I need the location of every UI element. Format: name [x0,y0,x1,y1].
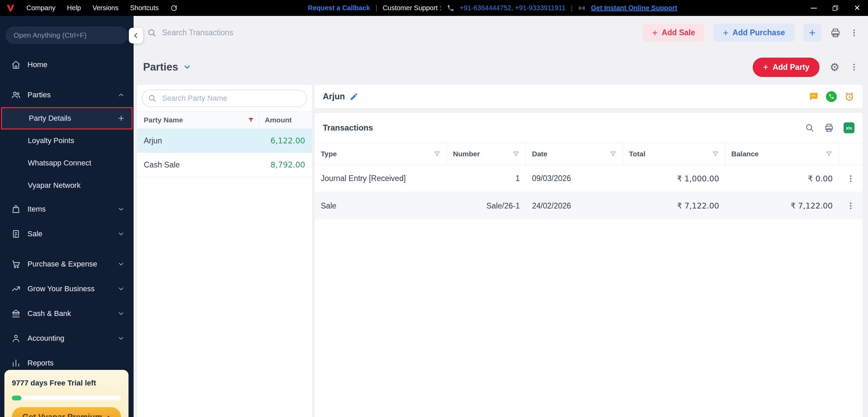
party-row[interactable]: Cash Sale 8,792.00 [137,153,312,177]
search-icon [147,28,157,38]
trial-progress-bar [12,396,121,400]
party-row[interactable]: Arjun 6,122.00 [137,129,312,153]
menu-help[interactable]: Help [67,4,81,12]
transactions-table-header: Type Number Date [315,143,863,165]
online-support-link[interactable]: Get Instant Online Support [591,4,677,12]
trending-up-icon [11,284,21,294]
sidebar-item-party-details[interactable]: Party Details + [1,107,133,130]
sidebar-item-vyapar-network[interactable]: Vyapar Network [0,174,134,197]
menu-versions[interactable]: Versions [93,4,119,12]
divider: | [571,4,573,12]
transactions-title: Transactions [323,123,373,133]
sidebar-item-items[interactable]: Items [0,197,134,221]
transaction-number: Sale/26-1 [447,201,526,211]
page-title: Parties [143,61,192,73]
column-label: Date [532,150,548,158]
transaction-row[interactable]: Sale Sale/26-1 24/02/2026 ₹ 7,122.00 ₹ 7… [315,192,863,219]
free-trial-banner: 9777 days Free Trial left Get Vyapar Pre… [4,370,129,417]
add-sale-button[interactable]: + Add Sale [643,24,705,42]
plus-icon: + [763,62,768,72]
transaction-balance: ₹ 7,122.00 [725,201,839,210]
party-amount: 6,122.00 [259,136,312,145]
content-area: + Add Sale + Add Purchase + [134,16,868,417]
sidebar-item-parties[interactable]: Parties [0,82,134,107]
sidebar-item-label: Whatsapp Connect [28,159,91,167]
sidebar-item-loyalty-points[interactable]: Loyalty Points [0,130,134,152]
search-icon[interactable] [805,123,814,133]
sidebar-item-label: Loyalty Points [28,136,74,145]
sidebar-item-grow-your-business[interactable]: Grow Your Business [0,276,134,301]
sidebar-item-purchase-expense[interactable]: Purchase & Expense [0,252,134,276]
search-icon [148,94,157,103]
sidebar-item-whatsapp-connect[interactable]: Whatsapp Connect [0,152,134,174]
filter-funnel-icon[interactable] [826,151,832,157]
export-xls-icon[interactable]: xls [844,122,854,133]
collapse-sidebar-button[interactable] [129,28,143,43]
support-phone-numbers[interactable]: +91-6364444752, +91-9333911911 [460,4,566,12]
amount-column-header: Amount [259,112,312,128]
sidebar-item-label: Grow Your Business [27,284,95,293]
payment-reminder-icon[interactable] [844,92,854,102]
bank-icon [11,309,21,318]
live-support-icon [578,4,586,12]
transaction-number: 1 [447,174,526,183]
total-column-header: Total [623,143,725,165]
get-premium-button[interactable]: Get Vyapar Premium › [12,407,121,417]
add-purchase-button[interactable]: + Add Purchase [713,24,794,42]
sidebar-item-label: Accounting [27,334,64,343]
row-more-options-icon[interactable] [839,201,863,210]
plus-icon: + [652,28,657,38]
row-more-options-icon[interactable] [839,174,863,183]
quick-add-button[interactable]: + [803,24,821,42]
window-minimize-button[interactable] [803,0,825,16]
filter-funnel-icon[interactable] [712,151,719,157]
sidebar-item-accounting[interactable]: Accounting [0,326,134,351]
more-options-icon[interactable] [850,28,859,37]
filter-funnel-icon[interactable] [434,151,440,157]
add-purchase-label: Add Purchase [732,28,785,37]
sidebar-item-home[interactable]: Home [0,52,134,77]
more-options-icon[interactable] [850,63,859,72]
refresh-icon[interactable] [170,4,178,12]
request-callback-link[interactable]: Request a Callback [308,4,370,12]
chevron-down-icon [117,260,125,268]
sms-message-icon[interactable] [808,92,818,102]
add-party-button[interactable]: + Add Party [753,58,820,77]
column-label: Balance [731,150,759,158]
trial-progress-fill [12,396,21,400]
accounting-icon [11,334,21,343]
edit-party-icon[interactable] [350,92,358,101]
window-restore-button[interactable] [825,0,846,16]
filter-funnel-icon[interactable] [248,117,254,123]
balance-column-header: Balance [725,143,839,165]
top-toolbar: + Add Sale + Add Purchase + [134,16,868,49]
actions-column-header [839,143,863,165]
sidebar-item-cash-bank[interactable]: Cash & Bank [0,301,134,326]
open-anything-input[interactable] [5,26,128,44]
add-party-plus-icon[interactable]: + [118,113,124,123]
column-label: Number [453,150,480,158]
phone-icon [447,4,454,12]
type-column-header: Type [315,143,447,165]
party-name-column-header: Party Name [137,112,259,128]
sidebar-item-sale[interactable]: Sale [0,221,134,246]
window-close-button[interactable]: ✕ [846,0,868,16]
chevron-down-icon [117,230,125,238]
print-icon[interactable] [824,123,834,133]
transaction-date: 24/02/2026 [526,201,623,211]
chevron-up-icon [117,91,125,99]
settings-gear-icon[interactable]: ⚙ [830,62,840,73]
search-transactions-input[interactable] [162,28,338,37]
filter-funnel-icon[interactable] [513,151,519,157]
menu-company[interactable]: Company [26,4,56,12]
sidebar-item-label: Home [27,60,47,69]
party-name-header-label: Party Name [144,116,183,124]
menu-shortcuts[interactable]: Shortcuts [130,4,158,12]
search-party-input[interactable] [142,90,307,107]
whatsapp-icon[interactable] [826,91,837,102]
chevron-down-icon [117,335,125,342]
print-icon[interactable] [830,27,841,38]
transaction-row[interactable]: Journal Entry [Received] 1 09/03/2026 ₹ … [315,165,863,192]
parties-dropdown-chevron-icon[interactable] [183,63,192,72]
filter-funnel-icon[interactable] [610,151,616,157]
